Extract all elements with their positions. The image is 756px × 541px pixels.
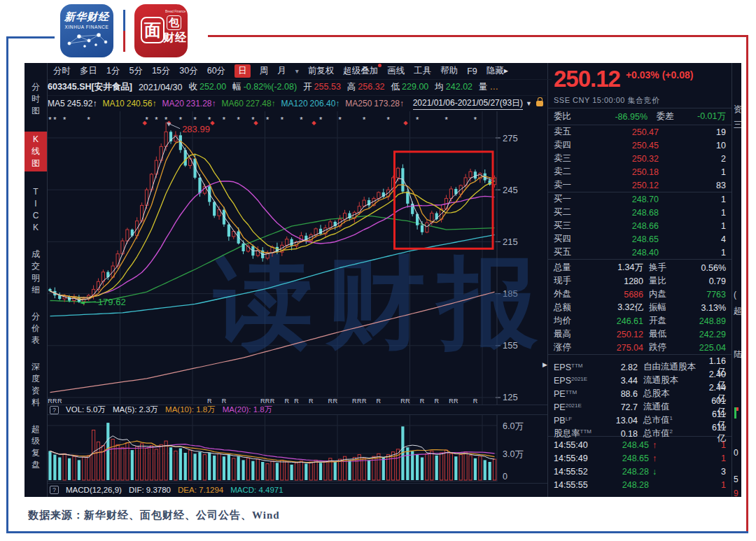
orderbook-row-买三: 买三248.661 [548,219,732,232]
ma-info-bar: MA5245.92↑MA10240.56↑MA20231.28↑MA60227.… [48,95,546,111]
menu-item-分时[interactable]: 分时 [53,65,71,77]
orderbook-row-卖三: 卖三250.322 [548,152,732,165]
svg-text:◆: ◆ [403,120,408,126]
info-field-开: 开255.53 [303,81,341,93]
xinhua-logo-title: 新华财经 [60,10,113,24]
weibi-value: -86.95% [579,112,648,122]
orderbook-row-卖二: 卖二250.181 [548,165,732,178]
up-arrow-icon: ↑ [649,440,660,450]
bread-logo-subtitle: Bread Finance [165,10,186,13]
menu-item-▾[interactable]: ▾ [295,67,299,75]
menu-item-F9[interactable]: F9 [467,66,477,76]
svg-text:*: * [363,115,366,124]
weibi-label: 委比 [554,111,579,122]
svg-text:*: * [300,115,303,124]
frame-top-right-line [208,35,748,37]
svg-text:*: * [63,115,66,124]
svg-text:*: * [319,115,323,124]
clipped-char: 三 [734,119,741,131]
svg-text:读财报: 读财报 [213,246,547,358]
valuation-row-EPS: EPSTTM2.82自由流通股本1.16亿 [548,356,732,370]
menu-item-1分[interactable]: 1分 [106,65,120,77]
menu-item-日[interactable]: 日 [234,64,251,78]
svg-text:*: * [339,115,342,124]
up-arrow-icon: ↑ [649,454,660,463]
svg-text:R: R [207,398,212,405]
menu-item-30分[interactable]: 30分 [179,65,197,77]
sidebar-item-超级复盘[interactable]: 超级复盘 [24,423,47,471]
ma-value-MA120: MA120206.40↑ [281,99,340,108]
svg-text:*: * [474,115,477,124]
svg-text:*: * [53,115,57,124]
orderbook-row-买一: 买一248.701 [548,192,732,206]
svg-text:0: 0 [503,472,507,482]
view-sidebar: 分时图K线图TICK成交明细分价表深度资料超级复盘 [24,63,48,497]
sidebar-item-分时图[interactable]: 分时图 [24,81,47,117]
volume-header: ? VOL: 5.0万 MA(5): 2.3万 MA(10): 1.8万 MA(… [48,405,547,415]
weibi-row: 委比 -86.95% 委差 -0.01万 [548,108,732,125]
orderbook-row-卖四: 卖四250.4510 [548,139,732,152]
svg-text:215: 215 [503,237,518,247]
sidebar-item-深度资料[interactable]: 深度资料 [24,361,47,409]
lock-icon[interactable] [536,101,543,106]
svg-text:283.99: 283.99 [182,124,210,134]
svg-text:*: * [48,115,52,124]
stat-row-总量: 总量1.34万换手0.56% [548,261,732,274]
sidebar-item-分价表[interactable]: 分价表 [24,311,47,346]
svg-text:3.0万: 3.0万 [503,449,524,459]
svg-text:R: R [270,398,275,405]
svg-text:R: R [473,398,478,405]
menu-item-超级叠加[interactable]: 超级叠加 [343,65,378,77]
stock-code: 603345.SH[安井食品] [48,81,132,93]
clipped-char: 9 [734,489,741,497]
volume-chart[interactable]: 6.0万3.0万0 [48,415,547,482]
menu-item-月[interactable]: 月 [277,65,286,77]
svg-text:R: R [57,398,62,405]
macd-value: MACD: 4.4971 [230,486,283,494]
bid-levels: 买一248.701买二248.681买三248.661买四248.654买五24… [548,192,732,259]
frame-bottom-line [6,531,748,533]
orderbook-row-买二: 买二248.681 [548,206,732,219]
svg-text:◆: ◆ [253,120,258,126]
svg-text:R: R [309,398,314,405]
menu-item-5分[interactable]: 5分 [129,65,142,77]
svg-text:245: 245 [503,185,518,195]
frame-left-line [6,36,8,531]
clipped-side-panel: 资三(超陆059 [732,63,741,497]
svg-text:◆: ◆ [210,120,215,126]
svg-text:R: R [332,398,337,405]
svg-text:275: 275 [503,133,518,143]
help-icon[interactable]: ? [50,406,59,414]
network-dots-icon [64,31,110,49]
menu-item-15分[interactable]: 15分 [152,65,170,77]
menu-item-工具[interactable]: 工具 [414,65,431,77]
vol-ma20: MA(20): 1.8万 [223,405,273,415]
ma-value-MA250: MA250173.28↑ [345,99,404,108]
sidebar-item-TICK[interactable]: TICK [24,186,47,234]
help-icon[interactable]: ? [50,486,59,494]
menu-item-帮助[interactable]: 帮助 [440,65,458,77]
chevron-down-icon[interactable]: ▼ [526,100,532,107]
candlestick-chart[interactable]: 275245215185155125读财报*******************… [48,111,547,405]
bread-logo-caijing: 财经 [163,31,187,45]
menu-item-周[interactable]: 周 [260,65,269,77]
date-range-selector[interactable]: 2021/01/06-2021/05/27(93日) [413,97,523,110]
menu-item-画线[interactable]: 画线 [387,65,405,77]
clipped-char: 0 [734,448,741,458]
price-row: 250.12 +0.03% (+0.08) [548,63,732,95]
svg-text:R: R [377,398,382,405]
weicha-value: -0.01万 [682,111,726,122]
tick-list: 14:55:40248.45↑114:55:49248.65↑114:55:52… [548,436,732,491]
menu-item-多日[interactable]: 多日 [80,65,97,77]
svg-text:*: * [281,115,284,124]
clipped-char: ( [734,290,741,300]
menu-item-隐藏▸[interactable]: 隐藏▸ [486,65,508,77]
svg-text:◆: ◆ [143,120,148,126]
ma-value-MA5: MA5245.92↑ [48,99,97,108]
macd-name: MACD(12,26,9) [66,486,122,494]
menu-item-前复权[interactable]: 前复权 [308,65,335,77]
sidebar-item-成交明细[interactable]: 成交明细 [24,248,47,296]
sidebar-item-K线图[interactable]: K线图 [24,132,47,171]
menu-item-60分[interactable]: 60分 [207,65,225,77]
panel-collapse-arrow[interactable]: ▶ [542,361,547,368]
